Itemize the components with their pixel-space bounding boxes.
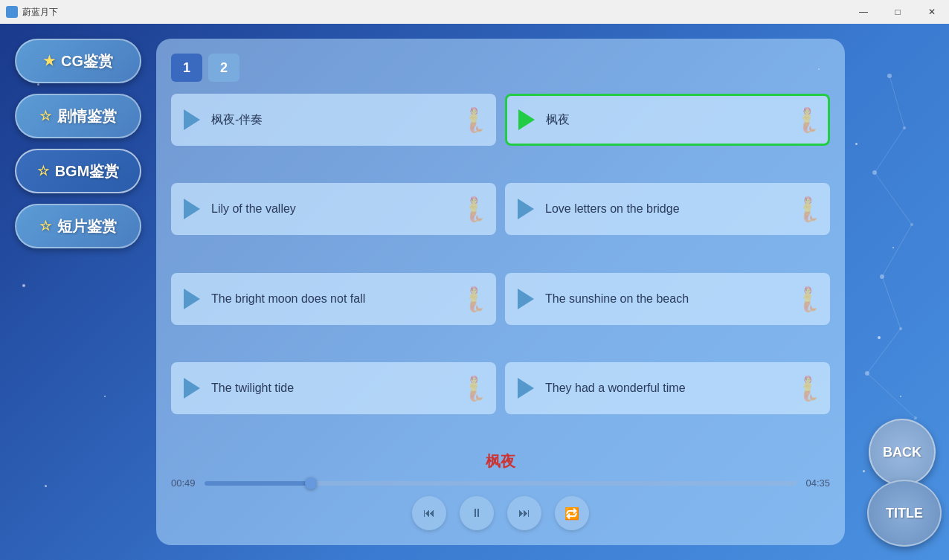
play-icon-3	[173, 184, 211, 234]
sidebar-item-story[interactable]: ☆ 剧情鉴赏	[15, 94, 141, 138]
svg-line-12	[882, 225, 912, 277]
track-name-1: 枫夜-伴奏	[211, 112, 453, 128]
main-window: ★ CG鉴赏 ☆ 剧情鉴赏 ☆ BGM鉴赏 ☆ 短片鉴赏 1 2	[0, 24, 949, 560]
track-button-3[interactable]: Lily of the valley 🧜	[171, 183, 496, 235]
sidebar-label-story: 剧情鉴赏	[57, 106, 117, 126]
sidebar-label-cg: CG鉴赏	[61, 51, 113, 71]
fast-forward-button[interactable]: ⏭	[507, 496, 541, 530]
sidebar-item-cg[interactable]: ★ CG鉴赏	[15, 39, 141, 83]
svg-line-10	[875, 128, 904, 173]
track-name-3: Lily of the valley	[211, 202, 453, 216]
track-grid: 枫夜-伴奏 🧜 枫夜 🧜 Lily of the valley 🧜	[171, 94, 830, 442]
play-icon-7	[173, 364, 211, 413]
progress-handle[interactable]	[305, 477, 317, 489]
track-button-7[interactable]: The twilight tide 🧜	[171, 362, 496, 414]
svg-point-4	[880, 274, 884, 279]
track-thumb-2: 🧜	[786, 96, 828, 144]
total-time: 04:35	[804, 477, 830, 489]
now-playing-title: 枫夜	[171, 451, 830, 472]
current-time: 00:49	[171, 477, 197, 489]
play-triangle-3	[184, 199, 200, 219]
svg-line-14	[867, 329, 901, 373]
star-icon-story: ☆	[39, 108, 51, 124]
player-section: 枫夜 00:49 04:35 ⏮ ⏸ ⏭ 🔁	[171, 451, 830, 530]
rewind-button[interactable]: ⏮	[412, 496, 446, 530]
track-name-2: 枫夜	[546, 112, 786, 128]
play-triangle-5	[184, 289, 200, 309]
svg-line-11	[875, 173, 912, 225]
svg-point-3	[910, 223, 913, 226]
app-icon	[6, 6, 18, 18]
play-triangle-8	[518, 378, 534, 399]
loop-button[interactable]: 🔁	[555, 496, 589, 530]
sidebar-item-clip[interactable]: ☆ 短片鉴赏	[15, 204, 141, 248]
close-button[interactable]: ✕	[915, 0, 949, 24]
play-triangle-1	[184, 109, 200, 130]
window-controls: — □ ✕	[846, 0, 949, 24]
track-name-8: They had a wonderful time	[545, 382, 787, 395]
play-triangle-6	[518, 289, 534, 309]
play-icon-6	[506, 274, 545, 324]
window-title: 蔚蓝月下	[22, 6, 58, 19]
play-icon-4	[506, 184, 545, 234]
constellation-decoration	[845, 39, 934, 485]
play-triangle-7	[184, 378, 200, 399]
maximize-button[interactable]: □	[881, 0, 915, 24]
play-icon-8	[506, 364, 545, 413]
title-button[interactable]: TITLE	[867, 480, 942, 547]
track-thumb-4: 🧜	[787, 184, 829, 234]
play-triangle-4	[518, 199, 534, 219]
svg-point-2	[872, 170, 877, 175]
svg-line-13	[882, 277, 901, 329]
track-button-1[interactable]: 枫夜-伴奏 🧜	[171, 94, 496, 146]
svg-line-15	[867, 373, 916, 418]
svg-point-1	[903, 126, 906, 129]
minimize-button[interactable]: —	[846, 0, 881, 24]
track-thumb-3: 🧜	[453, 184, 495, 234]
play-icon-2	[507, 96, 546, 144]
tab-page-1[interactable]: 1	[171, 54, 202, 82]
track-name-5: The bright moon does not fall	[211, 292, 453, 306]
sidebar-item-bgm[interactable]: ☆ BGM鉴赏	[15, 149, 141, 193]
track-button-6[interactable]: The sunshine on the beach 🧜	[505, 273, 830, 325]
track-thumb-6: 🧜	[787, 274, 829, 324]
track-button-4[interactable]: Love letters on the bridge 🧜	[505, 183, 830, 235]
track-thumb-8: 🧜	[787, 364, 829, 413]
track-thumb-7: 🧜	[453, 364, 495, 413]
star-icon-clip: ☆	[39, 218, 51, 234]
track-name-4: Love letters on the bridge	[545, 202, 787, 216]
sidebar: ★ CG鉴赏 ☆ 剧情鉴赏 ☆ BGM鉴赏 ☆ 短片鉴赏	[15, 39, 141, 248]
controls-row: ⏮ ⏸ ⏭ 🔁	[171, 496, 830, 530]
svg-point-6	[865, 371, 869, 376]
progress-row: 00:49 04:35	[171, 477, 830, 489]
star-icon-cg: ★	[43, 53, 55, 69]
svg-point-7	[914, 416, 917, 419]
sidebar-label-bgm: BGM鉴赏	[55, 161, 120, 181]
svg-line-9	[890, 76, 904, 128]
track-button-5[interactable]: The bright moon does not fall 🧜	[171, 273, 496, 325]
page-tabs: 1 2	[171, 54, 830, 82]
content-panel: 1 2 枫夜-伴奏 🧜 枫夜 🧜	[156, 39, 845, 545]
track-thumb-1: 🧜	[453, 95, 495, 144]
sidebar-label-clip: 短片鉴赏	[57, 216, 117, 236]
svg-point-0	[887, 74, 892, 78]
track-button-8[interactable]: They had a wonderful time 🧜	[505, 362, 830, 414]
track-button-2[interactable]: 枫夜 🧜	[505, 94, 830, 146]
play-icon-1	[173, 95, 211, 144]
back-button[interactable]: BACK	[869, 419, 936, 486]
play-triangle-2	[518, 109, 535, 130]
progress-fill	[205, 481, 311, 486]
tab-page-2[interactable]: 2	[208, 54, 239, 82]
pause-button[interactable]: ⏸	[460, 496, 494, 530]
svg-point-5	[899, 327, 902, 330]
track-name-6: The sunshine on the beach	[545, 292, 787, 306]
play-icon-5	[173, 274, 211, 324]
progress-bar[interactable]	[205, 481, 797, 486]
track-thumb-5: 🧜	[453, 274, 495, 324]
title-bar: 蔚蓝月下 — □ ✕	[0, 0, 949, 24]
star-icon-bgm: ☆	[37, 163, 49, 179]
track-name-7: The twilight tide	[211, 382, 453, 395]
